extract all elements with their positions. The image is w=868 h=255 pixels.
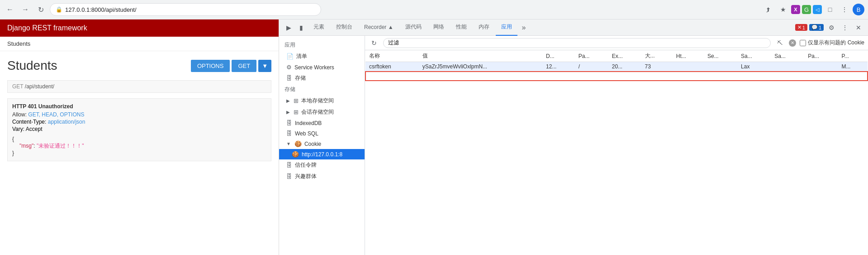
tab-network[interactable]: 网络	[428, 19, 450, 36]
col-secure: Se...	[704, 50, 737, 62]
devtools-panel: ▶ ▮ 元素 控制台 Recorder ▲ 源代码 网络 性能 内存 应用 » …	[279, 19, 868, 255]
button-group: OPTIONS GET ▼	[191, 60, 271, 72]
refresh-cookies-button[interactable]: ↻	[369, 38, 379, 48]
more-tabs-button[interactable]: »	[518, 24, 530, 32]
drf-content: Students OPTIONS GET ▼ GET /api/student/…	[0, 51, 279, 255]
get-button[interactable]: GET	[232, 60, 256, 72]
cookie-secure	[704, 62, 737, 72]
tab-performance[interactable]: 性能	[451, 19, 472, 36]
tab-memory[interactable]: 内存	[473, 19, 495, 36]
tab-console[interactable]: 控制台	[331, 19, 358, 36]
extension-puzzle-icon[interactable]: ◁	[813, 5, 822, 14]
devtools-more-button[interactable]: ⋮	[839, 22, 851, 34]
sidebar-label-cookie: Cookie	[304, 141, 321, 147]
col-partition: Pa...	[804, 50, 838, 62]
sidebar-section-storage: 存储	[279, 84, 365, 95]
sidebar-item-session-storage[interactable]: ▶ ⊞ 会话存储空间	[279, 106, 365, 118]
devtools-inspect-button[interactable]: ▶	[283, 22, 294, 34]
sidebar-item-storage[interactable]: 🗄 存储	[279, 72, 365, 84]
col-priority: P...	[838, 50, 868, 62]
drf-title: Django REST framework	[7, 24, 87, 32]
sidebar-item-cookie-url[interactable]: 🍪 http://127.0.0.1:8	[279, 149, 365, 159]
cookie-partition	[804, 62, 838, 72]
local-storage-icon: ⊞	[294, 97, 299, 104]
cookie-priority: M...	[838, 62, 868, 72]
cookie-path: /	[575, 62, 608, 72]
response-box: HTTP 401 Unauthorized Allow: GET, HEAD, …	[7, 98, 271, 161]
bookmark-button[interactable]: ★	[777, 3, 789, 16]
cookie-toolbar: ↻ ⛏ ✕ 仅显示有问题的 Cookie	[365, 36, 868, 50]
cast-button[interactable]: ⮭	[762, 3, 775, 16]
table-row-empty[interactable]	[365, 72, 868, 81]
sidebar-label-local-storage: 本地存储空间	[301, 97, 334, 105]
browser-actions: ⮭ ★ X G ◁ □ ⋮ B	[762, 3, 864, 16]
refresh-button[interactable]: ↻	[34, 3, 47, 16]
url-path: /api/student/	[25, 83, 54, 90]
tab-sources[interactable]: 源代码	[400, 19, 427, 36]
devtools-main: ↻ ⛏ ✕ 仅显示有问题的 Cookie 名称	[365, 36, 868, 255]
extension-g-icon[interactable]: G	[802, 5, 811, 14]
session-storage-icon: ⊞	[294, 109, 299, 115]
nav-students[interactable]: Students	[7, 40, 30, 47]
manifest-icon: 📄	[286, 53, 294, 60]
only-issues-text: 仅显示有问题的 Cookie	[808, 39, 864, 47]
drf-header: Django REST framework	[0, 19, 279, 37]
trust-tokens-icon: 🗄	[286, 162, 292, 168]
sidebar-label-storage: 存储	[295, 74, 306, 82]
browser-toolbar: ← → ↻ 🔒 127.0.0.1:8000/api/student/ ⮭ ★ …	[0, 0, 868, 19]
back-button[interactable]: ←	[4, 3, 16, 16]
error-badge[interactable]: ✕1	[795, 24, 807, 31]
tab-strip-button[interactable]: □	[824, 3, 836, 16]
filter-options-button[interactable]: ⛏	[774, 38, 785, 48]
devtools-settings-button[interactable]: ⚙	[825, 22, 837, 34]
url-display: GET /api/student/	[7, 80, 271, 93]
col-value: 值	[419, 50, 542, 62]
sidebar-item-interest-groups[interactable]: 🗄 兴趣群体	[279, 171, 365, 182]
sidebar-section-app: 应用	[279, 39, 365, 51]
cookie-url-icon: 🍪	[292, 151, 299, 158]
cookie-samesite2	[771, 62, 804, 72]
drf-nav: Students	[0, 37, 279, 51]
sidebar-item-service-workers[interactable]: ⚙ Service Workers	[279, 62, 365, 72]
devtools-device-button[interactable]: ▮	[295, 22, 307, 34]
sidebar-item-websql[interactable]: 🗄 Web SQL	[279, 128, 365, 139]
tab-application[interactable]: 应用	[496, 19, 517, 36]
devtools-body: 应用 📄 清单 ⚙ Service Workers 🗄 存储 存储 ▶	[279, 36, 868, 255]
sidebar-label-manifest: 清单	[296, 53, 307, 60]
service-workers-icon: ⚙	[286, 64, 292, 71]
message-badge[interactable]: 💬1	[809, 24, 824, 31]
menu-button[interactable]: ⋮	[838, 3, 851, 16]
sidebar-label-interest-groups: 兴趣群体	[295, 173, 317, 180]
tab-recorder[interactable]: Recorder ▲	[359, 19, 399, 36]
response-content-type: Content-Type: application/json	[12, 119, 266, 125]
response-body: { "msg": "未验证通过！！！" }	[12, 136, 266, 156]
devtools-tabs: ▶ ▮ 元素 控制台 Recorder ▲ 源代码 网络 性能 内存 应用 » …	[279, 19, 868, 36]
storage-icon: 🗄	[286, 75, 292, 82]
sidebar-item-local-storage[interactable]: ▶ ⊞ 本地存储空间	[279, 95, 365, 106]
forward-button[interactable]: →	[19, 3, 32, 16]
only-issues-checkbox[interactable]	[800, 40, 806, 46]
options-button[interactable]: OPTIONS	[191, 60, 230, 72]
sidebar-item-trust-tokens[interactable]: 🗄 信任令牌	[279, 159, 365, 171]
col-samesite2: Sa...	[771, 50, 804, 62]
cookie-httponly	[673, 62, 704, 72]
tab-elements[interactable]: 元素	[308, 19, 330, 36]
page-title: Students	[7, 58, 57, 73]
only-issues-label[interactable]: 仅显示有问题的 Cookie	[800, 39, 864, 47]
sidebar-item-manifest[interactable]: 📄 清单	[279, 51, 365, 62]
address-bar[interactable]: 🔒 127.0.0.1:8000/api/student/	[50, 3, 321, 16]
cookie-size: 73	[641, 62, 673, 72]
filter-clear-button[interactable]: ✕	[789, 39, 796, 47]
cookie-filter-input[interactable]	[383, 38, 771, 48]
sidebar-item-indexeddb[interactable]: 🗄 IndexedDB	[279, 118, 365, 128]
devtools-sidebar: 应用 📄 清单 ⚙ Service Workers 🗄 存储 存储 ▶	[279, 36, 365, 255]
browser-chrome: ← → ↻ 🔒 127.0.0.1:8000/api/student/ ⮭ ★ …	[0, 0, 868, 19]
table-row[interactable]: csrftoken ySaZrJ5mveWvliOxlpmN... 12... …	[365, 62, 868, 72]
extension-x-icon[interactable]: X	[791, 5, 800, 14]
devtools-close-button[interactable]: ✕	[853, 22, 864, 34]
col-path: Pa...	[575, 50, 608, 62]
get-dropdown-button[interactable]: ▼	[258, 60, 271, 72]
url-method: GET	[12, 83, 23, 90]
expand-cookie-icon: ▼	[286, 141, 291, 146]
sidebar-item-cookie-group[interactable]: ▼ 🍪 Cookie	[279, 139, 365, 149]
